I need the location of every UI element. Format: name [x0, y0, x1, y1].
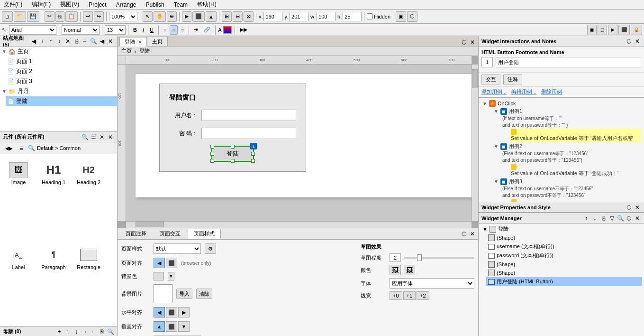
wm-login-group[interactable]: ▼ 登陆	[481, 224, 642, 233]
halign-right[interactable]: ▶	[178, 307, 190, 317]
widget-lib-select[interactable]: ◀▶	[3, 143, 15, 153]
more-btn1[interactable]: ▣	[396, 11, 406, 22]
tab-page-notes[interactable]: 页面注释	[119, 229, 153, 239]
wm-shape1[interactable]: (Shape)	[486, 233, 642, 242]
menu-arrange[interactable]: Arrange	[114, 0, 138, 9]
delete-case-link[interactable]: 删除用例	[541, 88, 562, 95]
login-button[interactable]: 1 登陆	[211, 146, 254, 162]
sketch-font-select[interactable]: 应用字体	[390, 278, 474, 289]
valign-top[interactable]: ▲	[154, 321, 165, 332]
underline-btn[interactable]: U	[147, 25, 156, 35]
halign-center[interactable]: ⬛	[166, 307, 177, 317]
sketch-level-slider[interactable]	[404, 257, 474, 259]
align-center-page-btn[interactable]: ⬛	[166, 258, 177, 268]
master-right[interactable]: →	[81, 328, 89, 336]
widget-h2[interactable]: H2 Heading 2	[72, 156, 105, 189]
sitemap-icon-1[interactable]: ◀	[30, 37, 37, 45]
undo-btn[interactable]: ↩	[83, 11, 93, 22]
canvas-h-scrollbar[interactable]	[126, 221, 472, 228]
edit-case-link[interactable]: 编辑用例...	[511, 88, 536, 95]
border-btn-2[interactable]: +2	[417, 291, 429, 300]
menu-team[interactable]: Team	[172, 0, 190, 9]
clear-btn[interactable]: 清除	[196, 289, 212, 299]
h-input[interactable]	[343, 12, 362, 21]
new-btn[interactable]: 🗋	[2, 11, 13, 22]
hand-btn[interactable]: ✋	[154, 11, 166, 22]
wm-dup[interactable]: ⎘	[599, 215, 607, 222]
menu-publish[interactable]: Publish	[144, 0, 166, 9]
widgets-close[interactable]: ✕	[98, 133, 106, 141]
sitemap-collapse[interactable]: ◀	[98, 37, 106, 45]
tree-dandan[interactable]: ▼ 📁 丹丹	[0, 86, 117, 96]
widget-menu-btn[interactable]: ☰	[17, 143, 26, 153]
wm-search[interactable]: 🔍	[617, 215, 624, 222]
wm-down[interactable]: ↓	[591, 215, 599, 222]
tab-home[interactable]: 主页	[147, 37, 168, 46]
canvas-scroll-area[interactable]: 登陆窗口 用户名： 密 码：	[126, 65, 472, 221]
valign-mid[interactable]: ⬛	[166, 321, 177, 332]
master-dup[interactable]: ⎘	[98, 328, 106, 336]
case1-header[interactable]: ▼ ◼ 用例1	[493, 107, 641, 115]
cut-btn[interactable]: ✂	[45, 11, 54, 22]
format-extra-2[interactable]: ◻	[598, 25, 607, 35]
tree-home[interactable]: ▼ 🏠 主页	[0, 47, 117, 56]
font-family-select[interactable]: Arial	[9, 25, 56, 35]
master-add[interactable]: +	[55, 328, 63, 336]
font-size-select[interactable]: 13	[105, 25, 126, 35]
tab-login-close[interactable]: ✕	[138, 39, 142, 45]
border-btn-0[interactable]: +0	[390, 291, 402, 300]
import-btn[interactable]: 导入	[176, 289, 192, 299]
footnote-input[interactable]	[496, 57, 641, 67]
font-color-swatch[interactable]	[223, 26, 232, 34]
wm-password-field[interactable]: password (文本框(单行))	[486, 251, 642, 260]
preview-btn[interactable]: ⬛	[192, 11, 205, 22]
properties-expand[interactable]: ⬡	[625, 204, 633, 211]
v-scroll-thumb[interactable]	[472, 69, 478, 88]
h-scroll-thumb[interactable]	[136, 222, 164, 227]
w-input[interactable]	[317, 12, 336, 21]
sitemap-icon-dup[interactable]: ⎘	[73, 37, 80, 45]
y-input[interactable]	[290, 12, 308, 21]
tree-page1[interactable]: 📄 页面 1	[6, 56, 117, 66]
lock-btn[interactable]: ⊠	[244, 11, 254, 22]
properties-close[interactable]: ✕	[634, 204, 641, 211]
style-settings-btn[interactable]: ⚙	[205, 243, 216, 254]
menu-edit[interactable]: 编辑(E)	[30, 0, 53, 9]
sitemap-icon-del[interactable]: ✕	[64, 37, 72, 45]
widgets-collapse[interactable]: ✕	[107, 133, 114, 141]
snap-btn[interactable]: ⊟	[233, 11, 243, 22]
tree-login[interactable]: 📄 登陆	[6, 96, 117, 106]
open-btn[interactable]: 📁	[14, 11, 26, 22]
play-btn[interactable]: ▶	[182, 11, 191, 22]
sitemap-icon-2[interactable]: ↑	[47, 37, 54, 45]
canvas-expand[interactable]: ⬡	[460, 38, 468, 46]
menu-project[interactable]: Project	[87, 0, 108, 9]
align-center-btn[interactable]: ≡	[170, 25, 177, 35]
style-select[interactable]: 默认	[154, 243, 201, 254]
username-input[interactable]	[201, 110, 296, 121]
redo-btn[interactable]: ↪	[94, 11, 104, 22]
event-onclick-header[interactable]: ▼ ⚡ OnClick	[481, 100, 641, 107]
align-right-btn[interactable]: ≡	[179, 25, 186, 35]
case2-header[interactable]: ▼ ◼ 用例2	[493, 142, 641, 150]
italic-btn[interactable]: I	[140, 25, 146, 35]
wm-up[interactable]: ↑	[582, 215, 590, 222]
wm-expand[interactable]: ⬡	[625, 215, 633, 222]
interactions-close[interactable]: ✕	[634, 37, 641, 45]
hidden-checkbox[interactable]	[367, 13, 373, 19]
menu-help[interactable]: 帮助(H)	[195, 0, 218, 9]
bottom-close[interactable]: ✕	[469, 230, 476, 238]
copy-btn[interactable]: ⎘	[55, 11, 64, 22]
menu-view[interactable]: 视图(V)	[58, 0, 81, 9]
format-extra-5[interactable]: 🔒	[631, 25, 642, 35]
widgets-search-icon[interactable]: 🔍	[81, 133, 89, 141]
menu-file[interactable]: 文件(F)	[2, 0, 24, 9]
bottom-expand[interactable]: ⬡	[460, 230, 468, 238]
widgets-menu-icon[interactable]: ☰	[90, 133, 97, 141]
zoom-select[interactable]: 100%	[109, 12, 137, 21]
paste-btn[interactable]: 📋	[65, 11, 78, 22]
sketch-level-input[interactable]	[390, 253, 401, 262]
interaction-tab-btn[interactable]: 交互	[481, 75, 500, 84]
border-btn-1[interactable]: +1	[403, 291, 416, 300]
halign-left[interactable]: ◀	[154, 307, 165, 317]
